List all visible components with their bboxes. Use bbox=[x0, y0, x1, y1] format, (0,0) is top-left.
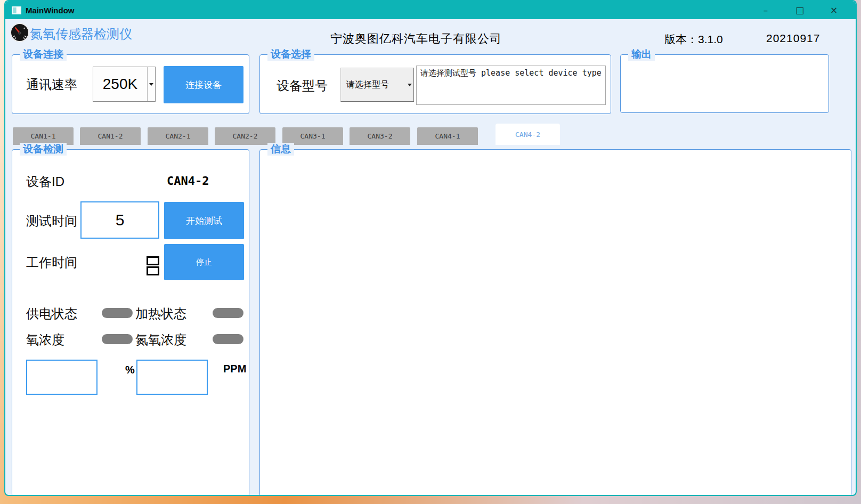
chevron-down-icon bbox=[405, 68, 413, 101]
device-type-hint-textbox[interactable]: 请选择测试型号 please select device type bbox=[416, 66, 606, 105]
build-date: 20210917 bbox=[766, 32, 820, 45]
o2-status-led bbox=[102, 334, 133, 344]
device-id-label: 设备ID bbox=[26, 173, 64, 190]
work-time-lcd: 0 bbox=[147, 256, 159, 275]
nox-status-led bbox=[213, 334, 243, 344]
close-button[interactable]: × bbox=[826, 2, 842, 18]
main-window: MainWindow – □ × 氮氧传感器检测仪 宁波奥图亿科汽车电子有限公司… bbox=[4, 0, 857, 496]
device-select-group: 设备选择 设备型号 请选择型号 请选择测试型号 please select de… bbox=[259, 54, 611, 114]
device-model-value: 请选择型号 bbox=[341, 79, 405, 91]
tab-can1-2[interactable]: CAN1-2 bbox=[80, 127, 141, 145]
test-time-input[interactable] bbox=[80, 201, 159, 239]
device-id-value: CAN4-2 bbox=[167, 174, 209, 188]
info-group: 信息 bbox=[259, 149, 851, 496]
baud-rate-value: 250K bbox=[93, 76, 147, 93]
baud-rate-select[interactable]: 250K bbox=[93, 67, 156, 102]
device-model-label: 设备型号 bbox=[277, 77, 328, 94]
o2-value-box[interactable] bbox=[26, 360, 98, 395]
device-model-select[interactable]: 请选择型号 bbox=[340, 68, 414, 102]
tab-can4-1[interactable]: CAN4-1 bbox=[417, 127, 478, 145]
power-status-led bbox=[102, 308, 133, 318]
device-connect-title: 设备连接 bbox=[20, 48, 67, 61]
nox-unit-label: PPM bbox=[223, 363, 246, 375]
output-group: 输出 bbox=[620, 54, 829, 113]
device-detection-title: 设备检测 bbox=[20, 143, 67, 156]
output-content bbox=[621, 55, 828, 112]
stop-button[interactable]: 停止 bbox=[164, 244, 244, 280]
start-test-button[interactable]: 开始测试 bbox=[164, 202, 244, 239]
nox-concentration-label: 氮氧浓度 bbox=[135, 331, 186, 348]
info-title: 信息 bbox=[267, 143, 294, 156]
o2-concentration-label: 氧浓度 bbox=[26, 331, 64, 348]
work-time-label: 工作时间 bbox=[26, 254, 77, 271]
tab-can2-2[interactable]: CAN2-2 bbox=[215, 127, 275, 145]
version-text: 版本：3.1.0 bbox=[664, 32, 723, 47]
test-time-label: 测试时间 bbox=[26, 213, 77, 230]
heat-status-led bbox=[213, 308, 243, 318]
info-content bbox=[260, 150, 851, 496]
output-title: 输出 bbox=[628, 48, 655, 61]
minimize-button[interactable]: – bbox=[758, 2, 774, 18]
tab-can2-1[interactable]: CAN2-1 bbox=[148, 127, 208, 145]
gauge-icon bbox=[10, 23, 29, 42]
device-detection-group: 设备检测 设备ID CAN4-2 测试时间 开始测试 工作时间 0 停止 供电状… bbox=[12, 149, 249, 496]
o2-unit-label: % bbox=[125, 364, 135, 376]
company-name: 宁波奥图亿科汽车电子有限公司 bbox=[330, 31, 502, 47]
heat-status-label: 加热状态 bbox=[135, 305, 186, 322]
app-window-icon bbox=[12, 6, 21, 14]
device-select-title: 设备选择 bbox=[267, 48, 314, 61]
chevron-down-icon bbox=[147, 67, 155, 101]
title-bar[interactable]: MainWindow – □ × bbox=[5, 1, 856, 19]
window-title: MainWindow bbox=[26, 6, 75, 15]
device-connect-group: 设备连接 通讯速率 250K 连接设备 bbox=[12, 54, 249, 114]
power-status-label: 供电状态 bbox=[26, 305, 77, 322]
tab-can4-2[interactable]: CAN4-2 bbox=[496, 124, 560, 145]
maximize-button[interactable]: □ bbox=[792, 2, 808, 18]
tab-can3-2[interactable]: CAN3-2 bbox=[350, 127, 410, 145]
connect-device-button[interactable]: 连接设备 bbox=[164, 66, 243, 103]
nox-value-box[interactable] bbox=[136, 360, 208, 395]
baud-rate-label: 通讯速率 bbox=[26, 76, 77, 93]
app-name: 氮氧传感器检测仪 bbox=[30, 26, 132, 43]
